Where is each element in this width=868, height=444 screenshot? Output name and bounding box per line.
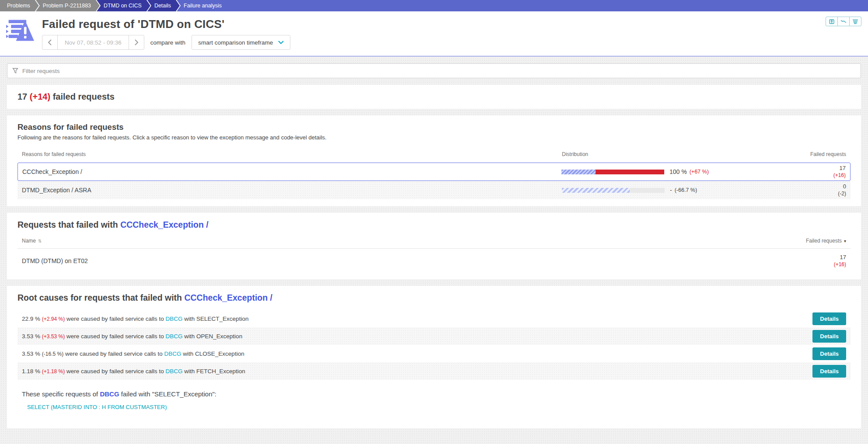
cause-percent: 3.53 %: [22, 333, 40, 340]
reasons-description: Following are the reasons for failed req…: [17, 134, 851, 141]
failed-requests-count: 17 (+14) failed requests: [17, 92, 851, 102]
request-row-dtmd[interactable]: DTMD (DTMD) on ET02 17 (+16): [17, 249, 851, 272]
distribution-percent: 100 %: [669, 168, 687, 175]
chevron-down-icon: [278, 41, 284, 44]
cause-suffix: with FETCH_Exception: [184, 368, 245, 375]
list-lines-icon: [852, 19, 858, 24]
cause-suffix: with OPEN_Exception: [184, 333, 242, 340]
report-book-icon: [829, 19, 835, 24]
root-cause-row-select: 22.9 % (+2.94 %) were caused by failed s…: [17, 310, 851, 327]
sql-statement-link[interactable]: SELECT (MASTERID INTO : H FROM CUSTMASTE…: [27, 404, 167, 410]
requests-failed-title-text: Requests that failed with: [17, 220, 118, 229]
root-causes-title-text: Root causes for requests that failed wit…: [17, 293, 182, 302]
exception-link[interactable]: CCCheck_Exception /: [120, 220, 209, 229]
service-link[interactable]: DBCG: [166, 316, 183, 322]
reason-name: CCCheck_Exception /: [22, 168, 561, 175]
bar-empty-segment: [630, 188, 665, 193]
footer-prefix: These specific requests of: [22, 390, 98, 398]
list-view-button[interactable]: [849, 17, 861, 26]
view-toggle-group: [826, 17, 861, 26]
timeframe-next-button[interactable]: [129, 35, 144, 50]
cause-suffix: with SELECT_Exception: [184, 316, 248, 322]
filter-requests-input[interactable]: [22, 68, 856, 74]
column-reasons: Reasons for failed requests: [22, 151, 562, 157]
cause-text: were caused by failed service calls to: [66, 333, 164, 340]
summary-label: failed requests: [53, 92, 115, 101]
breadcrumb-item-service[interactable]: DTMD on CICS: [97, 0, 150, 11]
failed-request-warning-icon: [6, 18, 34, 43]
details-button[interactable]: Details: [812, 312, 846, 325]
summary-delta: (+14): [30, 92, 50, 101]
chart-view-button[interactable]: [837, 17, 850, 26]
details-button[interactable]: Details: [812, 365, 846, 378]
comparison-timeframe-value: smart comparison timeframe: [198, 39, 273, 46]
reasons-table-header: Reasons for failed requests Distribution…: [17, 149, 851, 163]
service-link-blue[interactable]: DBCG: [100, 390, 119, 398]
timeframe-button[interactable]: Nov 07, 08:52 - 09:36: [57, 35, 129, 50]
bar-increase-segment: [596, 170, 664, 174]
breadcrumb-item-problem-id[interactable]: Problem P-2211883: [36, 0, 100, 11]
breadcrumb: Problems Problem P-2211883 DTMD on CICS …: [0, 0, 868, 11]
column-failed-requests: Failed requests: [767, 151, 846, 157]
column-name[interactable]: Name⇅: [22, 238, 767, 244]
comparison-timeframe-dropdown[interactable]: smart comparison timeframe: [192, 35, 290, 50]
distribution-bar: [562, 188, 665, 193]
cause-text: were caused by failed service calls to: [66, 316, 164, 322]
reasons-title: Reasons for failed requests: [17, 122, 851, 132]
details-button[interactable]: Details: [812, 330, 846, 343]
distribution-bar: [561, 170, 664, 174]
reason-row-dtmd-asra[interactable]: DTMD_Exception / ASRA - (-66.7 %) 0 (-2): [17, 181, 851, 199]
chevron-left-icon: [48, 39, 52, 45]
requests-failed-card: Requests that failed with CCCheck_Except…: [7, 213, 861, 279]
failed-count: 0: [767, 183, 846, 191]
page-title: Failed request of 'DTMD on CICS': [42, 17, 290, 31]
sort-both-icon: ⇅: [38, 239, 42, 243]
compare-with-label: compare with: [150, 39, 185, 46]
service-link[interactable]: DBCG: [166, 333, 183, 340]
root-cause-row-fetch: 1.18 % (+1.18 %) were caused by failed s…: [17, 362, 851, 380]
cause-delta: (+2.94 %): [42, 316, 65, 322]
distribution-percent: -: [670, 187, 672, 194]
breadcrumb-item-failure-analysis[interactable]: Failure analysis: [177, 0, 868, 11]
bar-comparison-segment: [561, 170, 596, 174]
root-cause-row-open: 3.53 % (+3.53 %) were caused by failed s…: [17, 327, 851, 345]
column-distribution: Distribution: [562, 151, 767, 157]
summary-count: 17: [17, 92, 27, 101]
footer-suffix: failed with "SELECT_Exception":: [121, 390, 216, 398]
bar-comparison-segment: [562, 188, 630, 193]
cause-delta: (+3.53 %): [42, 333, 65, 340]
failed-count: 17: [767, 165, 846, 172]
page-header: Failed request of 'DTMD on CICS' Nov 07,…: [0, 11, 868, 56]
request-name: DTMD (DTMD) on ET02: [22, 257, 767, 264]
failed-delta: (-2): [767, 191, 846, 198]
requests-failed-title: Requests that failed with CCCheck_Except…: [17, 220, 851, 230]
filter-funnel-icon: [12, 68, 18, 74]
root-cause-row-close: 3.53 % (-16.5 %) were caused by failed s…: [17, 345, 851, 362]
cause-delta: (-16.5 %): [42, 351, 63, 357]
sort-descending-icon: ▾: [844, 239, 846, 243]
cause-delta: (+1.18 %): [42, 368, 65, 375]
specific-requests-text: These specific requests of DBCG failed w…: [22, 390, 851, 398]
breadcrumb-item-problems[interactable]: Problems: [0, 0, 39, 11]
exception-link[interactable]: CCCheck_Exception /: [184, 293, 272, 302]
column-failed-requests-sorted[interactable]: Failed requests▾: [767, 238, 846, 244]
cause-percent: 3.53 %: [22, 350, 40, 357]
requests-table-header: Name⇅ Failed requests▾: [17, 230, 851, 249]
chart-line-icon: [840, 19, 847, 24]
cause-percent: 1.18 %: [22, 368, 40, 375]
timeframe-previous-button[interactable]: [42, 35, 58, 50]
failed-delta: (+16): [767, 172, 846, 179]
reason-name: DTMD_Exception / ASRA: [22, 187, 562, 194]
service-link[interactable]: DBCG: [164, 350, 181, 357]
report-view-button[interactable]: [826, 17, 838, 26]
service-link[interactable]: DBCG: [166, 368, 183, 375]
cause-percent: 22.9 %: [22, 316, 40, 322]
distribution-delta: (-66.7 %): [675, 187, 697, 193]
failed-requests-summary-card: 17 (+14) failed requests: [7, 85, 861, 109]
cause-text: were caused by failed service calls to: [65, 350, 163, 357]
filter-bar: [7, 63, 861, 78]
details-button[interactable]: Details: [812, 347, 846, 360]
timeframe-navigation: Nov 07, 08:52 - 09:36: [42, 35, 144, 50]
reason-row-cccheck[interactable]: CCCheck_Exception / 100 % (+67 %) 17 (+1…: [17, 163, 851, 181]
breadcrumb-item-details[interactable]: Details: [147, 0, 180, 11]
